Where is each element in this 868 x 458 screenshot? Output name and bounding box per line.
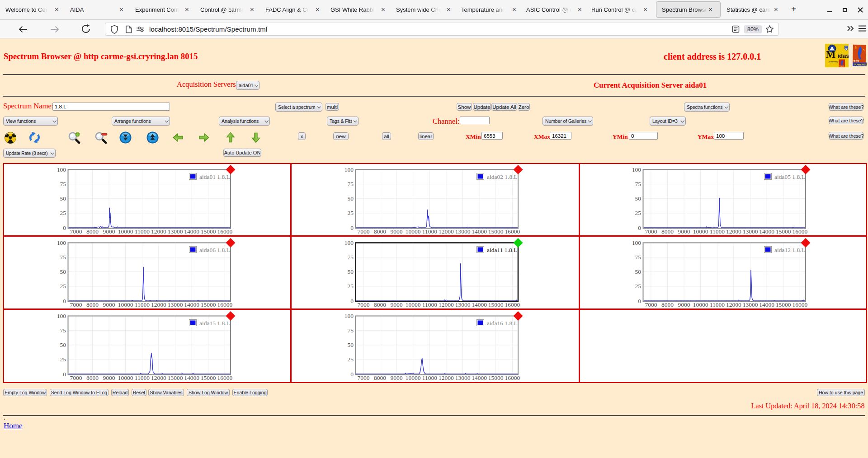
svg-text:10000: 10000 xyxy=(406,228,421,235)
svg-text:15000: 15000 xyxy=(200,228,216,235)
svg-text:75: 75 xyxy=(60,181,66,187)
svg-text:14000: 14000 xyxy=(759,301,774,308)
svg-text:16000: 16000 xyxy=(217,301,232,308)
svg-text:10000: 10000 xyxy=(693,301,708,308)
svg-text:0: 0 xyxy=(350,371,354,378)
svg-text:16000: 16000 xyxy=(505,228,520,235)
svg-text:8000: 8000 xyxy=(86,374,99,381)
svg-text:9000: 9000 xyxy=(103,374,115,381)
svg-text:9000: 9000 xyxy=(391,228,403,235)
svg-text:8000: 8000 xyxy=(86,228,99,235)
svg-text:75: 75 xyxy=(348,254,354,261)
svg-text:14000: 14000 xyxy=(759,228,774,235)
svg-text:14000: 14000 xyxy=(184,301,199,308)
svg-text:9000: 9000 xyxy=(103,228,115,235)
svg-text:13000: 13000 xyxy=(167,228,183,235)
svg-text:7000: 7000 xyxy=(70,374,82,381)
svg-text:12000: 12000 xyxy=(439,228,454,235)
svg-text:15000: 15000 xyxy=(776,301,791,308)
svg-text:aida16 1.8.L: aida16 1.8.L xyxy=(487,320,518,327)
svg-text:aida06 1.8.L: aida06 1.8.L xyxy=(199,247,230,253)
svg-text:25: 25 xyxy=(635,283,641,290)
svg-text:25: 25 xyxy=(348,283,354,290)
svg-text:25: 25 xyxy=(348,210,354,216)
svg-text:50: 50 xyxy=(60,195,66,202)
svg-text:10000: 10000 xyxy=(118,374,133,381)
svg-text:13000: 13000 xyxy=(742,301,758,308)
svg-text:100: 100 xyxy=(57,166,66,173)
svg-text:13000: 13000 xyxy=(742,228,758,235)
svg-text:12000: 12000 xyxy=(151,374,166,381)
svg-text:11000: 11000 xyxy=(422,228,437,235)
svg-text:11000: 11000 xyxy=(134,228,149,235)
svg-text:75: 75 xyxy=(348,181,354,187)
svg-text:100: 100 xyxy=(632,239,642,246)
svg-text:50: 50 xyxy=(348,195,354,202)
svg-text:12000: 12000 xyxy=(151,301,166,308)
svg-text:16000: 16000 xyxy=(792,301,807,308)
svg-text:13000: 13000 xyxy=(167,301,183,308)
svg-text:7000: 7000 xyxy=(357,374,369,381)
svg-text:25: 25 xyxy=(348,356,354,363)
svg-text:8000: 8000 xyxy=(86,301,99,308)
svg-text:11000: 11000 xyxy=(422,374,437,381)
svg-text:75: 75 xyxy=(348,327,354,334)
svg-text:25: 25 xyxy=(60,210,66,216)
svg-text:9000: 9000 xyxy=(103,301,115,308)
svg-text:10000: 10000 xyxy=(118,301,133,308)
svg-text:aida11 1.8.L: aida11 1.8.L xyxy=(487,247,517,253)
svg-text:50: 50 xyxy=(60,269,66,276)
svg-text:9000: 9000 xyxy=(678,301,690,308)
svg-text:15000: 15000 xyxy=(776,228,791,235)
svg-text:100: 100 xyxy=(344,166,354,173)
svg-text:9000: 9000 xyxy=(678,228,690,235)
svg-text:7000: 7000 xyxy=(357,228,369,235)
svg-text:75: 75 xyxy=(635,254,641,261)
svg-text:50: 50 xyxy=(348,342,354,349)
svg-text:10000: 10000 xyxy=(406,301,421,308)
svg-text:75: 75 xyxy=(635,181,641,187)
svg-text:M: M xyxy=(826,49,836,60)
svg-text:7000: 7000 xyxy=(70,228,82,235)
svg-text:9000: 9000 xyxy=(391,301,403,308)
svg-text:13000: 13000 xyxy=(167,374,183,381)
svg-text:7000: 7000 xyxy=(357,301,369,308)
svg-text:15000: 15000 xyxy=(488,301,504,308)
svg-text:0: 0 xyxy=(350,224,354,231)
svg-text:aida05 1.8.L: aida05 1.8.L xyxy=(774,173,805,180)
svg-text:10000: 10000 xyxy=(118,228,133,235)
svg-text:100: 100 xyxy=(344,239,354,246)
svg-text:11000: 11000 xyxy=(422,301,437,308)
svg-text:POWERED: POWERED xyxy=(854,63,868,66)
svg-text:13000: 13000 xyxy=(455,301,471,308)
svg-text:100: 100 xyxy=(344,313,354,319)
svg-text:25: 25 xyxy=(60,356,66,363)
svg-text:12000: 12000 xyxy=(726,228,741,235)
svg-text:16000: 16000 xyxy=(217,228,232,235)
svg-text:7000: 7000 xyxy=(645,228,657,235)
svg-text:0: 0 xyxy=(350,298,354,304)
svg-text:50: 50 xyxy=(635,269,641,276)
svg-text:idas: idas xyxy=(838,52,849,59)
svg-text:100: 100 xyxy=(57,239,66,246)
svg-text:aida15 1.8.L: aida15 1.8.L xyxy=(199,320,230,327)
svg-text:50: 50 xyxy=(348,269,354,276)
svg-text:13000: 13000 xyxy=(455,228,471,235)
svg-text:0: 0 xyxy=(638,224,641,231)
svg-text:11000: 11000 xyxy=(134,301,149,308)
svg-text:13000: 13000 xyxy=(455,374,471,381)
svg-text:0: 0 xyxy=(63,371,66,378)
svg-text:11000: 11000 xyxy=(709,228,724,235)
svg-text:14000: 14000 xyxy=(472,374,487,381)
svg-text:75: 75 xyxy=(60,254,66,261)
svg-text:25: 25 xyxy=(635,210,641,216)
svg-text:10000: 10000 xyxy=(693,228,708,235)
svg-text:12000: 12000 xyxy=(439,374,454,381)
svg-text:8000: 8000 xyxy=(661,301,674,308)
svg-text:0: 0 xyxy=(638,298,641,304)
svg-text:0: 0 xyxy=(63,224,66,231)
svg-text:powered by: powered by xyxy=(829,61,839,63)
svg-text:100: 100 xyxy=(57,313,66,319)
svg-text:10000: 10000 xyxy=(406,374,421,381)
svg-text:14000: 14000 xyxy=(184,374,199,381)
